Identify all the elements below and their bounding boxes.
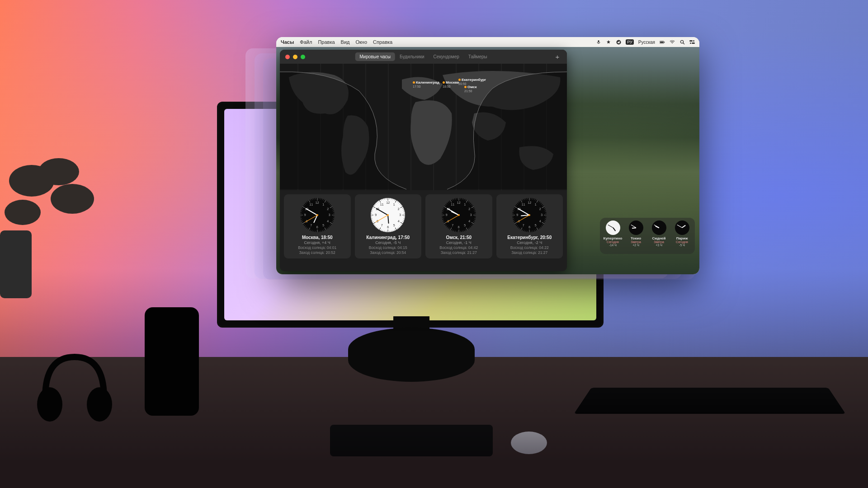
svg-rect-16 bbox=[692, 42, 695, 44]
app-titlebar: Мировые часы Будильники Секундомер Тайме… bbox=[280, 50, 567, 64]
widget-city[interactable]: Купертино Сегодня -14 Ч bbox=[602, 221, 624, 251]
map-city-label[interactable]: Омск21:50 bbox=[464, 85, 477, 93]
battery-icon[interactable] bbox=[660, 39, 665, 45]
menubar-left: Часы Файл Правка Вид Окно Справка bbox=[281, 39, 392, 45]
traffic-lights bbox=[285, 55, 305, 59]
menubar-app-name[interactable]: Часы bbox=[281, 39, 294, 45]
widget-city[interactable]: Сидней Завтра +3 Ч bbox=[648, 221, 670, 251]
menubar-item-file[interactable]: Файл bbox=[300, 39, 312, 45]
headphones-prop bbox=[32, 343, 118, 429]
fullscreen-button[interactable] bbox=[301, 55, 305, 59]
menubar: Часы Файл Правка Вид Окно Справка РУ Рус… bbox=[276, 37, 699, 47]
star-icon[interactable] bbox=[606, 39, 611, 45]
tab-stopwatch[interactable]: Секундомер bbox=[429, 52, 464, 61]
laptop-prop bbox=[574, 388, 845, 414]
svg-point-15 bbox=[693, 40, 694, 42]
svg-point-17 bbox=[690, 42, 691, 44]
widget-city[interactable]: Токио Завтра +2 Ч bbox=[625, 221, 647, 251]
menubar-item-help[interactable]: Справка bbox=[373, 39, 392, 45]
menubar-item-view[interactable]: Вид bbox=[341, 39, 350, 45]
svg-rect-7 bbox=[598, 40, 599, 42]
world-clock-widget[interactable]: Купертино Сегодня -14 Ч Токио Завтра +2 … bbox=[600, 218, 695, 254]
phone-prop bbox=[145, 307, 199, 416]
svg-point-6 bbox=[87, 387, 112, 422]
close-button[interactable] bbox=[285, 55, 290, 59]
svg-rect-4 bbox=[0, 230, 32, 298]
wifi-icon[interactable] bbox=[670, 39, 675, 45]
world-map[interactable]: Калининград17:50Москва18:50Екатеринбург2… bbox=[280, 64, 567, 190]
input-source-label[interactable]: Русская bbox=[638, 40, 655, 45]
clock-cards-row: 123456789101112 Москва, 18:50 Сегодня, +… bbox=[280, 190, 567, 263]
clock-card[interactable]: 123456789101112 Омск, 21:50 Сегодня, -1 … bbox=[425, 194, 492, 258]
widget-city[interactable]: Париж Сегодня -5 Ч bbox=[671, 221, 693, 251]
svg-line-13 bbox=[683, 43, 684, 44]
flowers-prop bbox=[0, 127, 113, 298]
svg-rect-14 bbox=[689, 40, 693, 42]
minimize-button[interactable] bbox=[293, 55, 297, 59]
menubar-item-edit[interactable]: Правка bbox=[318, 39, 335, 45]
mouse-prop bbox=[511, 432, 547, 454]
clock-app-window: Мировые часы Будильники Секундомер Тайме… bbox=[280, 50, 567, 271]
svg-point-5 bbox=[37, 387, 62, 422]
map-city-label[interactable]: Москва18:50 bbox=[443, 80, 459, 89]
map-city-label[interactable]: Калининград17:50 bbox=[413, 80, 439, 89]
clock-card[interactable]: 123456789101112 Екатеринбург, 20:50 Сего… bbox=[496, 194, 563, 258]
svg-rect-10 bbox=[660, 42, 664, 43]
add-clock-button[interactable]: + bbox=[553, 53, 561, 61]
svg-point-12 bbox=[680, 40, 683, 43]
tab-timers[interactable]: Таймеры bbox=[464, 52, 492, 61]
tab-world-clock[interactable]: Мировые часы bbox=[355, 52, 395, 61]
app-tabs: Мировые часы Будильники Секундомер Тайме… bbox=[355, 52, 492, 61]
svg-rect-11 bbox=[664, 42, 665, 42]
macos-window: Часы Файл Правка Вид Окно Справка РУ Рус… bbox=[276, 37, 699, 274]
mic-icon[interactable] bbox=[596, 39, 601, 45]
svg-point-3 bbox=[5, 200, 41, 225]
control-center-icon[interactable] bbox=[689, 39, 695, 45]
telegram-icon[interactable] bbox=[616, 39, 621, 45]
tab-alarms[interactable]: Будильники bbox=[395, 52, 429, 61]
menubar-right: РУ Русская bbox=[596, 39, 695, 45]
search-icon[interactable] bbox=[679, 39, 685, 45]
clock-card[interactable]: 123456789101112 Калининград, 17:50 Сегод… bbox=[355, 194, 422, 258]
input-source-chip[interactable]: РУ bbox=[626, 39, 634, 45]
clock-card[interactable]: 123456789101112 Москва, 18:50 Сегодня, +… bbox=[284, 194, 351, 258]
keyboard-prop bbox=[330, 425, 493, 456]
svg-point-2 bbox=[51, 184, 94, 214]
menubar-item-window[interactable]: Окно bbox=[355, 39, 367, 45]
svg-point-1 bbox=[38, 158, 79, 185]
monitor-stand bbox=[348, 328, 475, 382]
desktop-wallpaper: Мировые часы Будильники Секундомер Тайме… bbox=[276, 47, 699, 274]
